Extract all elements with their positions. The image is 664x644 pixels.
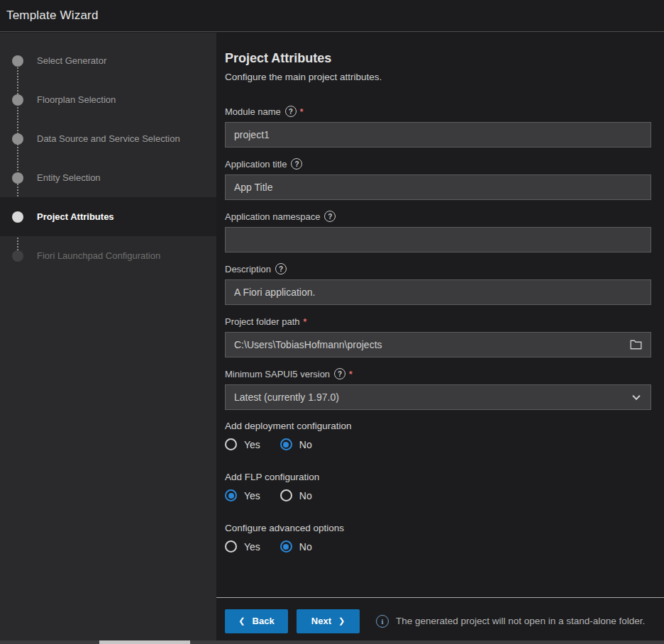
radio-group-label: Configure advanced options [225,523,651,533]
folder-icon [630,340,642,350]
app-title: Template Wizard [6,9,99,23]
info-icon: i [376,615,389,628]
sapui5-version-select[interactable]: Latest (currently 1.97.0) [225,384,651,410]
info-text: The generated project will not open in a… [396,616,645,626]
step-circle-icon [12,133,23,145]
radio-group-label: Add deployment configuration [225,421,651,431]
radio-option-label: Yes [244,490,260,501]
sidebar-step-data-source[interactable]: Data Source and Service Selection [0,119,216,158]
field-label-row: Project folder path * [225,316,651,327]
help-icon[interactable]: ? [324,211,336,222]
module-name-label: Module name [225,106,281,117]
description-label: Description [225,264,271,274]
step-circle-icon [12,172,23,184]
radio-options-row: Yes No [225,540,651,553]
chevron-right-icon: ❯ [338,617,345,625]
application-namespace-label: Application namespace [225,211,320,222]
radio-group-label: Add FLP configuration [225,472,651,482]
field-project-folder-path: Project folder path * [225,316,651,357]
application-namespace-input[interactable] [225,227,651,252]
field-label-row: Application title ? [225,158,651,170]
radio-circle-icon[interactable] [225,540,237,553]
deployment-no-option[interactable]: No [280,438,312,450]
radio-group-advanced-options: Configure advanced options Yes No [225,523,651,553]
next-button-label: Next [311,616,331,626]
sidebar-step-project-attributes[interactable]: Project Attributes [0,197,216,236]
radio-option-label: No [299,439,312,450]
application-title-input[interactable] [225,174,651,200]
wizard-steps-sidebar: Select Generator Floorplan Selection Dat… [0,33,216,644]
step-circle-icon [12,211,23,223]
radio-option-label: Yes [244,541,260,553]
field-minimum-sapui5-version: Minimum SAPUI5 version ? * Latest (curre… [225,368,651,410]
help-icon[interactable]: ? [334,368,345,379]
help-icon[interactable]: ? [291,158,302,170]
field-application-title: Application title ? [225,158,651,200]
next-button[interactable]: Next ❯ [297,609,360,633]
step-label: Fiori Launchpad Configuration [37,250,160,261]
radio-circle-icon[interactable] [225,438,237,450]
radio-group-add-flp: Add FLP configuration Yes No [225,472,651,501]
wizard-content: Project Attributes Configure the main pr… [216,33,664,597]
field-module-name: Module name ? * [225,106,651,148]
chevron-left-icon: ❮ [238,617,245,625]
back-button[interactable]: ❮ Back [225,609,288,633]
description-input[interactable] [225,279,651,305]
module-name-input[interactable] [225,122,651,148]
sidebar-step-flp-configuration[interactable]: Fiori Launchpad Configuration [0,236,216,275]
horizontal-scrollbar[interactable] [0,640,664,644]
sidebar-step-select-generator[interactable]: Select Generator [0,41,216,80]
window-header: Template Wizard [0,0,664,32]
required-asterisk: * [300,106,304,117]
back-button-label: Back [253,616,275,626]
sidebar-step-entity-selection[interactable]: Entity Selection [0,158,216,197]
project-folder-path-input[interactable] [225,332,651,357]
horizontal-scrollbar-thumb[interactable] [99,640,190,644]
step-circle-icon [12,250,23,262]
radio-circle-icon[interactable] [280,438,292,450]
field-label-row: Module name ? * [225,106,651,117]
field-label-row: Minimum SAPUI5 version ? * [225,368,651,379]
advanced-no-option[interactable]: No [280,540,312,553]
page-subtitle: Configure the main project attributes. [225,72,651,82]
step-label: Entity Selection [37,172,101,183]
step-label: Project Attributes [37,211,114,222]
radio-options-row: Yes No [225,438,651,450]
advanced-yes-option[interactable]: Yes [225,540,260,553]
flp-no-option[interactable]: No [280,489,312,501]
step-circle-icon [12,94,23,106]
wizard-footer: ❮ Back Next ❯ i The generated project wi… [216,597,664,644]
footer-info-message: i The generated project will not open in… [376,615,645,628]
field-label-row: Application namespace ? [225,211,651,222]
template-wizard-window: Template Wizard Select Generator Floorpl… [0,0,664,644]
step-circle-icon [12,55,23,67]
field-description: Description ? [225,263,651,305]
folder-input-wrapper [225,332,651,357]
radio-group-add-deployment: Add deployment configuration Yes No [225,421,651,450]
radio-circle-icon[interactable] [225,489,237,501]
radio-option-label: No [299,541,312,553]
field-label-row: Description ? [225,263,651,274]
radio-circle-icon[interactable] [280,540,292,553]
field-application-namespace: Application namespace ? [225,211,651,252]
selected-option-text: Latest (currently 1.97.0) [234,392,339,403]
radio-options-row: Yes No [225,489,651,501]
step-label: Floorplan Selection [37,94,116,105]
page-title: Project Attributes [225,51,651,66]
step-label: Select Generator [37,55,106,66]
browse-folder-button[interactable] [629,338,643,351]
step-label: Data Source and Service Selection [37,133,180,144]
help-icon[interactable]: ? [275,263,287,274]
sidebar-step-floorplan-selection[interactable]: Floorplan Selection [0,80,216,119]
application-title-label: Application title [225,159,287,170]
help-icon[interactable]: ? [285,106,297,117]
radio-option-label: Yes [244,439,260,450]
radio-option-label: No [299,490,312,501]
required-asterisk: * [349,368,353,379]
sapui5-version-label: Minimum SAPUI5 version [225,369,330,379]
deployment-yes-option[interactable]: Yes [225,438,260,450]
flp-yes-option[interactable]: Yes [225,489,260,501]
chevron-down-icon [632,392,640,400]
required-asterisk: * [304,316,307,327]
radio-circle-icon[interactable] [280,489,292,501]
